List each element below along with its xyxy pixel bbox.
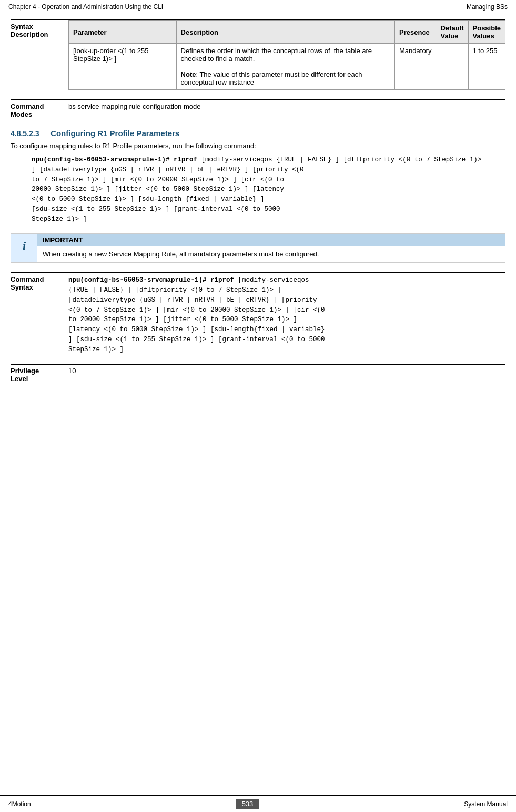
col-parameter: Parameter — [69, 21, 177, 44]
important-icon: i — [23, 239, 26, 253]
cell-parameter: [look-up-order <(1 to 255 StepSize 1)> ] — [69, 44, 177, 90]
privilege-level-block: PrivilegeLevel 10 — [11, 364, 505, 383]
description-main: Defines the order in which the conceptua… — [181, 47, 372, 63]
header-left: Chapter 4 - Operation and Administration… — [8, 3, 163, 11]
description-note-label: Note — [181, 70, 196, 78]
page-content: SyntaxDescription Parameter Description … — [0, 14, 516, 403]
privilege-level-label: PrivilegeLevel — [11, 367, 68, 383]
table-row: [look-up-order <(1 to 255 StepSize 1)> ]… — [69, 44, 505, 90]
important-header: IMPORTANT — [37, 234, 505, 246]
important-icon-col: i — [11, 234, 37, 262]
section-heading: 4.8.5.2.3 Configuring R1 Profile Paramet… — [11, 129, 505, 138]
page-header: Chapter 4 - Operation and Administration… — [0, 0, 516, 14]
syntax-description-label: SyntaxDescription — [11, 19, 68, 90]
description-note: : The value of this parameter must be di… — [181, 70, 362, 86]
cmd-syntax-normal-part: [modify-serviceqos {TRUE | FALSE} ] [dfl… — [68, 276, 325, 353]
cell-possible: 1 to 255 — [468, 44, 505, 90]
command-display-code: npu(config-bs-66053-srvcmaprule-1)# r1pr… — [32, 155, 484, 224]
important-right: IMPORTANT When creating a new Service Ma… — [37, 234, 505, 262]
syntax-description-content: Parameter Description Presence DefaultVa… — [68, 19, 505, 90]
page-footer: 4Motion 533 System Manual — [0, 795, 516, 812]
col-description: Description — [176, 21, 394, 44]
important-text: When creating a new Service Mapping Rule… — [37, 246, 505, 262]
col-default-value: DefaultValue — [436, 21, 468, 44]
col-presence: Presence — [395, 21, 436, 44]
footer-page-number: 533 — [236, 799, 260, 809]
col-possible-values: PossibleValues — [468, 21, 505, 44]
privilege-level-value: 10 — [68, 367, 505, 383]
table-header-row: Parameter Description Presence DefaultVa… — [69, 21, 505, 44]
cell-presence: Mandatory — [395, 44, 436, 90]
command-modes-block: CommandModes bs service mapping rule con… — [11, 99, 505, 118]
command-normal-part: [modify-serviceqos {TRUE | FALSE} ] [dfl… — [32, 156, 485, 223]
cell-default — [436, 44, 468, 90]
command-modes-label: CommandModes — [11, 102, 68, 118]
cell-description: Defines the order in which the conceptua… — [176, 44, 394, 90]
parameter-table: Parameter Description Presence DefaultVa… — [68, 20, 505, 90]
command-syntax-content: npu(config-bs-66053-srvcmaprule-1)# r1pr… — [68, 275, 505, 354]
cmd-syntax-bold-part: npu(config-bs-66053-srvcmaprule-1)# r1pr… — [68, 276, 234, 284]
header-right: Managing BSs — [467, 3, 508, 11]
footer-right: System Manual — [464, 800, 508, 808]
important-box: i IMPORTANT When creating a new Service … — [11, 233, 505, 263]
section-intro: To configure mapping rules to R1 Profile… — [11, 142, 505, 150]
syntax-description-block: SyntaxDescription Parameter Description … — [11, 19, 505, 90]
footer-left: 4Motion — [8, 800, 31, 808]
command-syntax-label: CommandSyntax — [11, 275, 68, 354]
section-number: 4.8.5.2.3 — [11, 129, 39, 138]
command-modes-content: bs service mapping rule configuration mo… — [68, 102, 505, 118]
section-title: Configuring R1 Profile Parameters — [50, 129, 179, 138]
command-bold-part: npu(config-bs-66053-srvcmaprule-1)# r1pr… — [32, 156, 197, 163]
command-syntax-block: CommandSyntax npu(config-bs-66053-srvcma… — [11, 272, 505, 354]
